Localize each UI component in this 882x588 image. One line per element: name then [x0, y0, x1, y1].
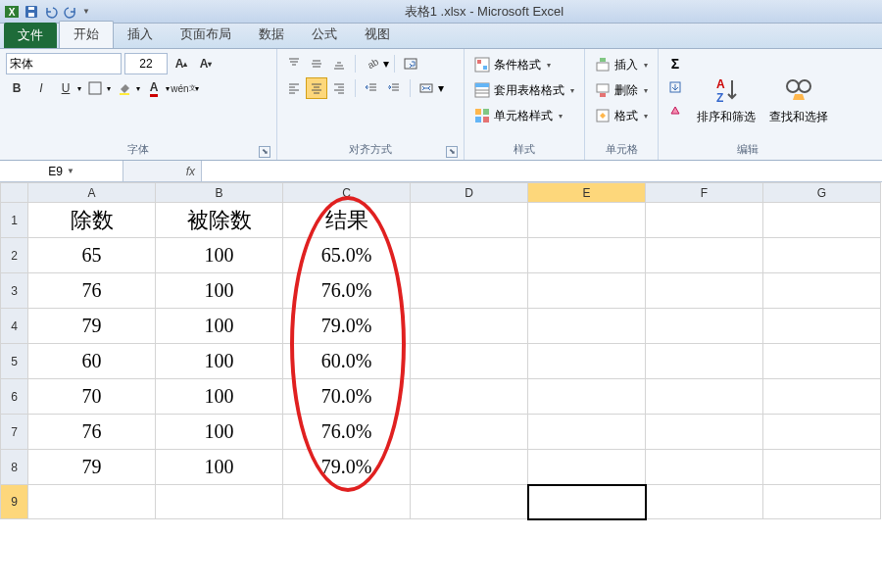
row-header-9[interactable]: 9	[1, 485, 28, 519]
col-header-C[interactable]: C	[283, 183, 411, 203]
format-cells-button[interactable]: 格式▾	[591, 104, 652, 127]
row-header-8[interactable]: 8	[1, 450, 28, 485]
cell-F5[interactable]	[646, 344, 763, 379]
row-header-4[interactable]: 4	[1, 309, 28, 344]
cell-A5[interactable]: 60	[28, 344, 156, 379]
name-box[interactable]: E9▼	[0, 161, 123, 181]
cell-G8[interactable]	[763, 450, 881, 485]
italic-button[interactable]: I	[30, 77, 52, 99]
cell-B5[interactable]: 100	[156, 344, 283, 379]
cell-E7[interactable]	[528, 415, 646, 450]
sort-filter-button[interactable]: AZ 排序和筛选	[694, 53, 759, 142]
tab-view[interactable]: 视图	[351, 22, 404, 48]
col-header-F[interactable]: F	[646, 183, 763, 203]
tab-page-layout[interactable]: 页面布局	[167, 22, 245, 48]
border-button[interactable]	[84, 77, 106, 99]
clear-icon[interactable]	[664, 100, 686, 122]
cell-B4[interactable]: 100	[156, 309, 283, 344]
cell-E4[interactable]	[528, 309, 646, 344]
autosum-icon[interactable]: Σ	[664, 53, 686, 74]
cell-A4[interactable]: 79	[28, 309, 156, 344]
font-size-combo[interactable]	[124, 53, 168, 74]
cell-E3[interactable]	[528, 273, 646, 309]
align-middle-icon[interactable]	[306, 53, 327, 74]
row-header-2[interactable]: 2	[1, 238, 28, 273]
bold-button[interactable]: B	[6, 77, 27, 99]
cell-F4[interactable]	[646, 309, 763, 344]
cell-A8[interactable]: 79	[28, 450, 156, 485]
merge-dropdown-icon[interactable]: ▾	[438, 81, 444, 95]
fill-dropdown-icon[interactable]: ▾	[136, 84, 140, 93]
phonetic-button[interactable]: wén文	[172, 77, 194, 99]
cell-E9[interactable]	[528, 485, 646, 519]
row-header-6[interactable]: 6	[1, 379, 28, 415]
align-top-icon[interactable]	[283, 53, 305, 74]
cell-D1[interactable]	[411, 203, 528, 238]
cell-G7[interactable]	[763, 415, 881, 450]
fill-color-button[interactable]	[114, 77, 135, 99]
tab-home[interactable]: 开始	[59, 21, 114, 48]
font-color-button[interactable]: A	[143, 77, 165, 99]
orientation-icon[interactable]: ab	[361, 53, 382, 74]
col-header-B[interactable]: B	[156, 183, 283, 203]
redo-icon[interactable]	[63, 4, 78, 20]
cell-G9[interactable]	[763, 485, 881, 519]
cell-F2[interactable]	[646, 238, 763, 273]
cell-A7[interactable]: 76	[28, 415, 156, 450]
cell-A3[interactable]: 76	[28, 273, 156, 309]
cell-A6[interactable]: 70	[28, 379, 156, 415]
align-center-icon[interactable]	[306, 77, 327, 99]
cell-A9[interactable]	[28, 485, 156, 519]
cell-D9[interactable]	[411, 485, 528, 519]
cell-A1[interactable]: 除数	[28, 203, 156, 238]
cell-F3[interactable]	[646, 273, 763, 309]
cell-A2[interactable]: 65	[28, 238, 156, 273]
qat-dropdown-icon[interactable]: ▼	[82, 7, 90, 16]
border-dropdown-icon[interactable]: ▾	[107, 84, 111, 93]
fx-label[interactable]: fx	[123, 161, 202, 181]
cell-D8[interactable]	[411, 450, 528, 485]
cell-D4[interactable]	[411, 309, 528, 344]
merge-center-icon[interactable]	[416, 77, 437, 99]
cell-B1[interactable]: 被除数	[156, 203, 283, 238]
alignment-dialog-launcher[interactable]: ⬊	[446, 146, 458, 158]
col-header-G[interactable]: G	[763, 183, 881, 203]
cell-E2[interactable]	[528, 238, 646, 273]
undo-icon[interactable]	[43, 4, 59, 20]
align-bottom-icon[interactable]	[328, 53, 350, 74]
tab-file[interactable]: 文件	[4, 23, 57, 48]
col-header-A[interactable]: A	[28, 183, 156, 203]
cell-C4[interactable]: 79.0%	[283, 309, 411, 344]
cell-G2[interactable]	[763, 238, 881, 273]
cell-E1[interactable]	[528, 203, 646, 238]
cell-F7[interactable]	[646, 415, 763, 450]
formula-input[interactable]	[202, 161, 882, 181]
fill-icon[interactable]	[664, 76, 686, 98]
row-header-7[interactable]: 7	[1, 415, 28, 450]
cell-G6[interactable]	[763, 379, 881, 415]
cell-D7[interactable]	[411, 415, 528, 450]
phonetic-dropdown-icon[interactable]: ▾	[195, 84, 199, 93]
tab-data[interactable]: 数据	[245, 22, 298, 48]
tab-formulas[interactable]: 公式	[298, 22, 351, 48]
col-header-D[interactable]: D	[411, 183, 528, 203]
cell-B7[interactable]: 100	[156, 415, 283, 450]
cell-styles-button[interactable]: 单元格样式▾	[470, 104, 578, 127]
cell-F8[interactable]	[646, 450, 763, 485]
cell-D3[interactable]	[411, 273, 528, 309]
cell-G4[interactable]	[763, 309, 881, 344]
cell-C8[interactable]: 79.0%	[283, 450, 411, 485]
cell-F6[interactable]	[646, 379, 763, 415]
find-select-button[interactable]: 查找和选择	[766, 53, 831, 142]
cell-D6[interactable]	[411, 379, 528, 415]
insert-cells-button[interactable]: 插入▾	[591, 53, 652, 76]
align-left-icon[interactable]	[283, 77, 305, 99]
col-header-E[interactable]: E	[528, 183, 646, 203]
font-color-dropdown-icon[interactable]: ▾	[166, 84, 170, 93]
delete-cells-button[interactable]: 删除▾	[591, 78, 652, 102]
cell-E8[interactable]	[528, 450, 646, 485]
cell-C7[interactable]: 76.0%	[283, 415, 411, 450]
font-name-combo[interactable]	[6, 53, 122, 74]
cell-E6[interactable]	[528, 379, 646, 415]
font-dialog-launcher[interactable]: ⬊	[259, 146, 270, 158]
